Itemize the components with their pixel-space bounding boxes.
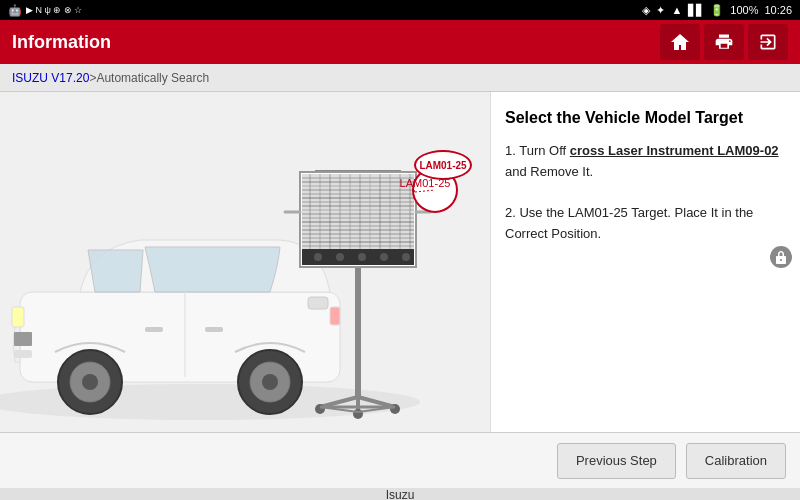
vehicle-make: Isuzu [386,487,415,500]
svg-point-62 [353,409,363,419]
signal-bar-icon: ▋▋ [688,4,704,17]
lock-icon [770,246,792,268]
svg-point-53 [336,253,344,261]
svg-rect-10 [145,327,163,332]
step1-after: and Remove It. [505,164,593,179]
header: Information [0,20,800,64]
status-bar: 🤖 ▶ N ψ ⊕ ⊗ ☆ ◈ ✦ ▲ ▋▋ 🔋 100% 10:26 [0,0,800,20]
calibration-button[interactable]: Calibration [686,443,786,479]
time: 10:26 [764,4,792,16]
scene-svg: LAM01-25 [0,92,490,432]
image-panel: LAM01-25 LAM01-25 [0,92,490,432]
lock-svg [775,250,787,264]
callout-label: LAM01-25 [419,160,466,171]
bottom-info: Isuzu VIN JS3TD00000100000 [0,488,800,500]
action-bar: Previous Step Calibration [0,432,800,488]
header-icons [660,24,788,60]
status-bar-left: 🤖 ▶ N ψ ⊕ ⊗ ☆ [8,4,82,17]
home-button[interactable] [660,24,700,60]
breadcrumb: ISUZU V17.20 > Automatically Search [0,64,800,92]
svg-point-5 [262,374,278,390]
info-title: Select the Vehicle Model Target [505,108,786,129]
status-bar-right: ◈ ✦ ▲ ▋▋ 🔋 100% 10:26 [642,4,792,17]
wifi-icon: ▲ [671,4,682,16]
step1-text: 1. Turn Off [505,143,570,158]
main-content: LAM01-25 LAM01-25 Select the Vehicle Mod… [0,92,800,432]
step1-underline: cross Laser Instrument LAM09-02 [570,143,779,158]
svg-rect-15 [14,350,32,358]
header-title: Information [12,32,111,53]
bluetooth-icon: ✦ [656,4,665,17]
svg-point-56 [402,253,410,261]
previous-step-button[interactable]: Previous Step [557,443,676,479]
print-icon [713,32,735,52]
svg-rect-13 [12,307,24,327]
exit-button[interactable] [748,24,788,60]
battery-percent: 100% [730,4,758,16]
svg-point-55 [380,253,388,261]
svg-rect-16 [14,332,32,346]
svg-point-54 [358,253,366,261]
svg-line-70 [413,190,414,192]
svg-point-52 [314,253,322,261]
svg-rect-11 [205,327,223,332]
info-panel: Select the Vehicle Model Target 1. Turn … [490,92,800,432]
svg-point-8 [82,374,98,390]
signal-icons: ▶ N ψ ⊕ ⊗ ☆ [26,5,82,15]
location-icon: ◈ [642,4,650,17]
breadcrumb-item-1[interactable]: ISUZU V17.20 [12,71,89,85]
print-button[interactable] [704,24,744,60]
exit-icon [757,32,779,52]
svg-rect-12 [308,297,328,309]
info-text: 1. Turn Off cross Laser Instrument LAM09… [505,141,786,245]
step2-text: 2. Use the LAM01-25 Target. Place It in … [505,205,753,241]
svg-rect-17 [355,267,361,397]
battery-icon: 🔋 [710,4,724,17]
breadcrumb-item-2: Automatically Search [96,71,209,85]
home-icon [669,32,691,52]
callout-badge: LAM01-25 [414,150,472,180]
svg-rect-14 [330,307,340,325]
breadcrumb-separator: > [89,71,96,85]
android-icon: 🤖 [8,4,22,17]
